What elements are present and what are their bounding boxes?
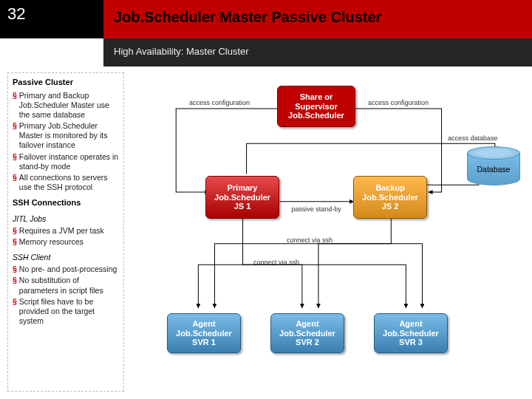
sidebar-heading-ssh: SSH Connections — [13, 198, 119, 208]
agent1-node: Agent Job.Scheduler SVR 1 — [167, 313, 241, 353]
slide-number: 32 — [0, 0, 103, 38]
sidebar-bullet: Failover instance operates in stand-by m… — [19, 152, 119, 171]
node-line: Job.Scheduler — [279, 111, 353, 120]
node-line: Share or — [279, 92, 353, 102]
node-line: SVR 2 — [273, 338, 342, 347]
backup-node: Backup Job.Scheduler JS 2 — [353, 176, 427, 219]
node-line: JS 1 — [208, 202, 277, 211]
node-line: Primary — [208, 183, 277, 193]
supervisor-node: Share or Supervisor Job.Scheduler — [277, 86, 355, 127]
node-line: Job.Scheduler — [169, 329, 239, 338]
node-line: Job.Scheduler — [376, 329, 446, 338]
sidebar-sshclient-heading: SSH Client — [13, 253, 119, 262]
page-title: Job.Scheduler Master Passive Cluster — [103, 0, 532, 38]
sidebar-bullet: Memory resources — [19, 237, 83, 247]
node-line: SVR 3 — [376, 338, 446, 347]
label-access-cfg-right: access configuration — [368, 99, 429, 106]
page-subtitle: High Availability: Master Cluster — [103, 38, 532, 66]
sidebar-jitl-heading: JITL Jobs — [13, 214, 119, 224]
sidebar-bullet: No pre- and post-processing — [19, 265, 117, 274]
label-access-cfg-left: access configuration — [189, 99, 250, 106]
node-line: Agent — [273, 319, 342, 329]
node-line: Job.Scheduler — [355, 193, 425, 202]
node-line: SVR 1 — [169, 338, 239, 347]
primary-node: Primary Job.Scheduler JS 1 — [205, 176, 279, 219]
diagram-canvas: Share or Supervisor Job.Scheduler Primar… — [132, 72, 525, 392]
sidebar-bullet: No substitution of parameters in script … — [19, 276, 119, 295]
node-line: JS 2 — [355, 202, 425, 211]
sidebar-bullet: Primary Job.Scheduler Master is monitore… — [19, 121, 119, 150]
label-access-db: access database — [448, 134, 498, 142]
sidebar: Passive Cluster §Primary and Backup Job.… — [7, 72, 124, 392]
agent3-node: Agent Job.Scheduler SVR 3 — [374, 313, 448, 353]
node-line: Job.Scheduler — [208, 193, 277, 202]
sidebar-bullet: Primary and Backup Job.Scheduler Master … — [19, 91, 119, 120]
node-line: Agent — [376, 319, 446, 329]
node-line: Job.Scheduler — [273, 329, 342, 338]
label-ssh-lower: connect via ssh — [253, 259, 299, 266]
node-line: Agent — [169, 319, 239, 329]
agent2-node: Agent Job.Scheduler SVR 2 — [270, 313, 344, 353]
sidebar-heading: Passive Cluster — [13, 78, 119, 88]
label-standby: passive stand-by — [287, 205, 346, 213]
node-line: Supervisor — [279, 102, 353, 112]
sub-blank — [0, 38, 103, 66]
sidebar-bullet: Script files have to be provided on the … — [19, 297, 119, 326]
sidebar-bullet: Requires a JVM per task — [19, 226, 104, 236]
database-node: Database — [467, 146, 520, 185]
sidebar-bullet: All connections to servers use the SSH p… — [19, 173, 119, 192]
database-label: Database — [477, 165, 511, 174]
node-line: Backup — [355, 183, 425, 193]
label-ssh-upper: connect via ssh — [287, 236, 332, 244]
